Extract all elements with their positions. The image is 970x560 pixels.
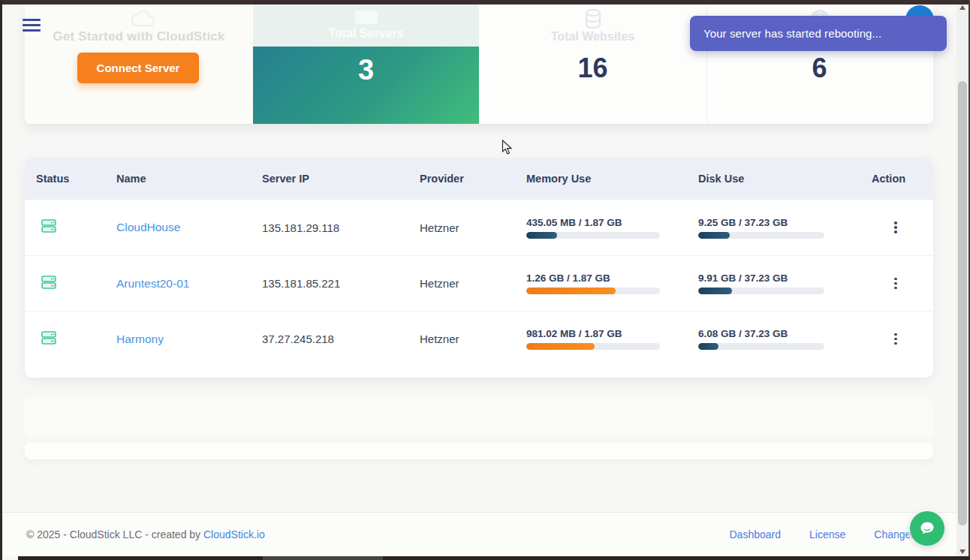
live-chat-button[interactable]: [910, 511, 944, 546]
server-online-icon: [41, 330, 57, 346]
column-header-status: Status: [36, 173, 116, 185]
disk-progress-bar: [698, 343, 718, 350]
table-row: Harmony 37.27.245.218 Hetzner 981.02 MB …: [25, 311, 933, 366]
kebab-menu-icon[interactable]: [887, 330, 905, 349]
toast-message: Your server has started rebooting...: [703, 27, 881, 40]
stat-card-total-websites: Total Websites 16: [479, 5, 706, 124]
server-ip: 135.181.29.118: [262, 221, 420, 234]
memory-usage: 435.05 MB / 1.87 GB: [526, 217, 698, 239]
scroll-up-icon[interactable]: [959, 5, 965, 10]
disk-progress-bar: [698, 232, 730, 239]
column-header-action: Action: [872, 173, 933, 185]
get-started-banner: Get Started with CloudStick Connect Serv…: [25, 5, 253, 124]
server-ip: 135.181.85.221: [262, 277, 420, 290]
memory-usage: 1.26 GB / 1.87 GB: [526, 272, 698, 294]
server-online-icon: [41, 218, 57, 234]
stat-value: 6: [707, 53, 932, 84]
column-header-memory: Memory Use: [526, 173, 698, 185]
disk-usage: 6.08 GB / 37.23 GB: [698, 328, 872, 350]
stat-label: Total Websites: [479, 30, 706, 44]
toast-notification: Your server has started rebooting...: [690, 16, 947, 51]
scrollbar-thumb[interactable]: [958, 81, 967, 525]
kebab-menu-icon[interactable]: [887, 274, 905, 294]
memory-progress-bar: [526, 343, 595, 350]
monitor-icon: [355, 11, 378, 24]
vertical-scrollbar: [956, 0, 968, 560]
server-provider: Hetzner: [420, 277, 526, 290]
faded-card-placeholder: [25, 396, 933, 438]
memory-progress-bar: [526, 288, 616, 294]
mouse-cursor: [502, 140, 513, 155]
stat-label: Total Servers: [253, 27, 479, 41]
server-online-icon: [41, 274, 57, 291]
stat-value: 16: [479, 53, 706, 84]
faded-bar-placeholder: [25, 442, 933, 459]
database-icon: [583, 8, 603, 31]
footer-link-dashboard[interactable]: Dashboard: [730, 528, 782, 540]
server-provider: Hetzner: [420, 333, 526, 345]
banner-title: Get Started with CloudStick: [25, 29, 253, 44]
copyright-text: © 2025 - CloudStick LLC - created by Clo…: [26, 528, 265, 540]
footer-links: Dashboard License Changelog: [730, 528, 926, 540]
stat-value: 3: [253, 54, 479, 86]
table-row: CloudHouse 135.181.29.118 Hetzner 435.05…: [25, 200, 933, 255]
scroll-down-icon[interactable]: [959, 549, 965, 554]
menu-toggle-icon[interactable]: [23, 19, 41, 32]
table-header-row: Status Name Server IP Provider Memory Us…: [25, 158, 933, 200]
footer: © 2025 - CloudStick LLC - created by Clo…: [0, 512, 956, 556]
disk-progress-bar: [698, 288, 732, 294]
cloud-icon: [128, 11, 158, 30]
chat-bubble-icon: [918, 519, 936, 537]
memory-usage: 981.02 MB / 1.87 GB: [526, 328, 698, 350]
server-name-link[interactable]: Harmony: [116, 333, 164, 345]
kebab-menu-icon[interactable]: [887, 218, 905, 237]
column-header-disk: Disk Use: [698, 173, 872, 185]
server-name-link[interactable]: CloudHouse: [116, 221, 180, 233]
footer-link-license[interactable]: License: [809, 528, 845, 540]
server-name-link[interactable]: Aruntest20-01: [116, 277, 189, 290]
cloudstick-io-link[interactable]: CloudStick.io: [203, 528, 265, 540]
memory-progress-bar: [526, 232, 557, 239]
stat-card-total-servers: Total Servers 3: [253, 5, 479, 124]
column-header-serverip: Server IP: [262, 173, 420, 185]
server-ip: 37.27.245.218: [262, 333, 420, 345]
cloudstick-dashboard: Get Started with CloudStick Connect Serv…: [0, 0, 970, 560]
connect-server-button[interactable]: Connect Server: [77, 53, 199, 83]
server-provider: Hetzner: [420, 221, 526, 234]
column-header-provider: Provider: [420, 173, 526, 185]
disk-usage: 9.91 GB / 37.23 GB: [698, 272, 872, 294]
disk-usage: 9.25 GB / 37.23 GB: [698, 217, 872, 239]
servers-table: Status Name Server IP Provider Memory Us…: [25, 158, 933, 378]
table-row: Aruntest20-01 135.181.85.221 Hetzner 1.2…: [25, 255, 933, 311]
column-header-name: Name: [116, 173, 262, 185]
